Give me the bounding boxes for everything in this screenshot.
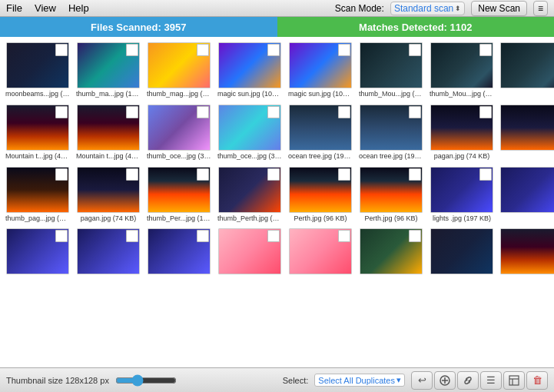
expand-icon — [509, 375, 519, 386]
thumb-label: pagan.jpg (74 KB) — [81, 214, 137, 223]
menu-view[interactable]: View — [35, 2, 56, 14]
list-item[interactable] — [427, 226, 496, 278]
duplicate-badge — [338, 168, 350, 181]
duplicate-badge — [409, 106, 421, 118]
list-item[interactable] — [286, 226, 355, 278]
duplicate-badge — [126, 44, 138, 56]
undo-button[interactable]: ↩ — [411, 371, 433, 390]
list-item[interactable]: thumb_oce...jpg (32 KB) — [215, 102, 284, 163]
list-item[interactable] — [3, 226, 72, 278]
scan-mode-dropdown[interactable]: Standard scan ⬍ — [390, 2, 465, 15]
thumb-size-slider[interactable] — [115, 374, 177, 387]
menu-file[interactable]: File — [6, 2, 22, 14]
list-item[interactable] — [144, 226, 214, 278]
duplicate-badge — [197, 44, 209, 56]
chevron-updown-icon: ⬍ — [455, 5, 461, 12]
thumb-label: magic sun.jpg (109 KB) — [288, 90, 353, 98]
thumb-label: thumb_Mou...jpg (82 KB) — [359, 90, 423, 98]
duplicate-badge — [409, 168, 421, 181]
thumb-label: Perth.jpg (96 KB) — [364, 214, 417, 223]
duplicate-badge — [338, 44, 350, 56]
list-item[interactable]: Mountain t...jpg (45 KB) — [3, 102, 72, 163]
thumbnail-gallery: moonbeams...jpg (27 KB)thumb_ma...jpg (1… — [0, 37, 554, 367]
list-item[interactable]: thumb_Mou...jpg (37 KB) — [427, 40, 496, 101]
list-item[interactable]: pagan.jpg (74 KB) — [74, 164, 143, 225]
add-button[interactable] — [434, 371, 456, 390]
list-item[interactable] — [215, 226, 284, 278]
list-item[interactable]: thumb_Mou...jpg (82 KB) — [357, 40, 426, 101]
duplicate-badge — [409, 44, 421, 56]
menu-help[interactable]: Help — [68, 2, 89, 14]
duplicate-badge — [126, 168, 138, 181]
duplicate-badge — [338, 230, 350, 242]
list-item[interactable]: Perth.jpg (96 KB) — [286, 164, 355, 225]
list-item[interactable]: lights .jpg (197 KB) — [427, 164, 496, 225]
thumb-label: thumb_ma...jpg (170 KB) — [76, 90, 141, 98]
scan-mode-label: Scan Mode: — [335, 3, 384, 14]
duplicate-badge — [126, 230, 138, 242]
select-label: Select: — [283, 376, 309, 385]
thumb-label: thumb_mag...jpg (52 KB) — [147, 90, 211, 98]
statusbar: Files Scanned: 3957 Matches Detected: 11… — [0, 17, 554, 37]
list-item[interactable]: Perth.jpg (96 KB) — [357, 164, 426, 225]
menu-hamburger-button[interactable]: ≡ — [533, 1, 548, 16]
duplicate-badge — [479, 106, 492, 118]
bottombar: Thumbnail size 128x128 px Select: Select… — [0, 367, 554, 392]
list-item[interactable]: thumb_pag...jpg (73 KB) — [3, 164, 72, 225]
list-item[interactable]: pagan.jpg (74 KB) — [427, 102, 496, 163]
list-view-button[interactable]: ☰ — [480, 371, 502, 390]
list-item[interactable] — [357, 226, 426, 278]
duplicate-badge — [55, 106, 68, 118]
list-item[interactable] — [498, 102, 554, 163]
list-item[interactable]: ocean tree.jpg (19 KB) — [357, 102, 426, 163]
thumb-label: moonbeams...jpg (27 KB) — [5, 90, 70, 98]
thumb-label: thumb_Perth.jpg (39 KB) — [217, 214, 282, 223]
list-item[interactable]: magic sun.jpg (109 KB) — [286, 40, 355, 101]
duplicate-badge — [197, 106, 209, 118]
duplicate-badge — [197, 230, 209, 242]
link-icon — [463, 375, 473, 386]
expand-button[interactable] — [503, 371, 525, 390]
thumb-grid: moonbeams...jpg (27 KB)thumb_ma...jpg (1… — [3, 40, 551, 278]
thumb-label: ocean tree.jpg (19 KB) — [359, 152, 423, 161]
menubar: File View Help Scan Mode: Standard scan … — [0, 0, 554, 17]
thumb-label: ocean tree.jpg (19 KB) — [288, 152, 353, 161]
duplicate-badge — [338, 106, 350, 118]
matches-detected-label: Matches Detected: 1102 — [359, 22, 472, 33]
duplicate-badge — [479, 168, 492, 181]
thumb-label: Mountain t...jpg (45 KB) — [76, 152, 141, 161]
list-item[interactable] — [498, 164, 554, 225]
list-item[interactable]: thumb_oce...jpg (34 KB) — [144, 102, 214, 163]
duplicate-badge — [267, 230, 280, 242]
list-item[interactable] — [498, 40, 554, 101]
add-icon — [440, 375, 450, 386]
list-item[interactable]: thumb_Perth.jpg (39 KB) — [215, 164, 284, 225]
list-item[interactable] — [74, 226, 143, 278]
duplicate-badge — [55, 230, 68, 242]
list-item[interactable]: thumb_ma...jpg (170 KB) — [74, 40, 143, 101]
list-item[interactable]: magic sun.jpg (109 KB) — [215, 40, 284, 101]
select-all-duplicates-dropdown[interactable]: Select All Duplicates ▾ — [314, 374, 405, 387]
list-item[interactable]: thumb_Per...jpg (128 KB) — [144, 164, 214, 225]
list-item[interactable]: thumb_mag...jpg (52 KB) — [144, 40, 214, 101]
duplicate-badge — [267, 106, 280, 118]
trash-button[interactable]: 🗑 — [526, 371, 548, 390]
thumb-label: magic sun.jpg (109 KB) — [217, 90, 282, 98]
new-scan-button[interactable]: New Scan — [471, 1, 527, 16]
duplicate-badge — [267, 168, 280, 181]
list-item[interactable] — [498, 226, 554, 278]
svg-rect-3 — [509, 376, 519, 385]
list-item[interactable]: ocean tree.jpg (19 KB) — [286, 102, 355, 163]
list-item[interactable]: Mountain t...jpg (45 KB) — [74, 102, 143, 163]
files-scanned-status: Files Scanned: 3957 — [0, 17, 277, 37]
thumb-label: Perth.jpg (96 KB) — [294, 214, 347, 223]
scan-mode-value: Standard scan — [394, 3, 453, 14]
duplicate-badge — [126, 106, 138, 118]
matches-detected-status: Matches Detected: 1102 — [277, 17, 555, 37]
files-scanned-label: Files Scanned: 3957 — [91, 22, 186, 33]
thumb-label: thumb_pag...jpg (73 KB) — [5, 214, 70, 223]
thumb-size-label: Thumbnail size 128x128 px — [6, 376, 109, 385]
link-button[interactable] — [457, 371, 479, 390]
list-item[interactable]: moonbeams...jpg (27 KB) — [3, 40, 72, 101]
duplicate-badge — [55, 168, 68, 181]
